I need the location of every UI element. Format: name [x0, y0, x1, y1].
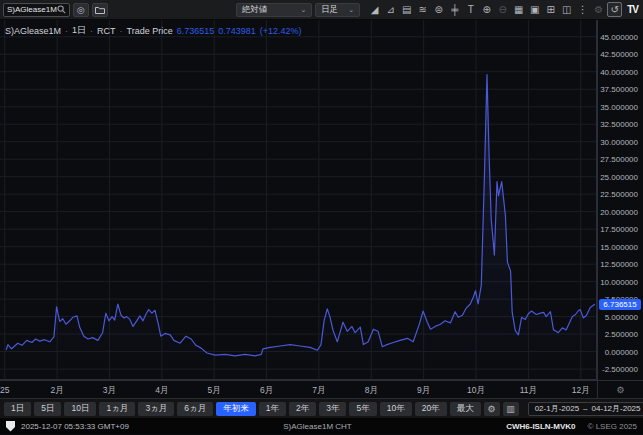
gear-icon: ⚙ [616, 385, 624, 395]
price-tick-label: 35.000000 [600, 102, 638, 111]
time-tick-label: 25 [0, 385, 9, 395]
chart-legend[interactable]: S)AGlease1M · 1日 · RCT · Trade Price 6.7… [5, 24, 302, 37]
indicators-icon[interactable]: ▤ [399, 2, 414, 17]
time-tick-label: 5月 [208, 385, 221, 397]
range-button-1ヵ月[interactable]: 1ヵ月 [99, 402, 135, 416]
range-button-3ヵ月[interactable]: 3ヵ月 [138, 402, 174, 416]
legend-interval: 1日 [72, 24, 86, 37]
range-button-10年[interactable]: 10年 [380, 402, 412, 416]
search-icon [57, 5, 66, 14]
chart-area: S)AGlease1M · 1日 · RCT · Trade Price 6.7… [0, 20, 643, 398]
tradingview-logo[interactable]: TV [625, 4, 640, 15]
symbol-search-value: S)AGlease1M [7, 5, 57, 14]
chevron-down-icon: ⌄ [300, 6, 306, 14]
chevron-down-icon: ⌄ [348, 6, 354, 14]
status-copyright: © LSEG 2025 [588, 422, 637, 431]
range-button-10日[interactable]: 10日 [64, 402, 96, 416]
legend-separator: · [65, 26, 68, 36]
interval-dropdown[interactable]: 日足 ⌄ [315, 3, 360, 17]
more-icon[interactable]: ⋮ [575, 2, 590, 17]
time-tick-label: 4月 [155, 385, 168, 397]
range-button-1年[interactable]: 1年 [259, 402, 286, 416]
range-button-2年[interactable]: 2年 [289, 402, 316, 416]
time-tick-label: 2月 [50, 385, 63, 397]
table-icon[interactable]: ▦ [511, 2, 526, 17]
price-tick-label: 27.500000 [600, 155, 638, 164]
range-button-6ヵ月[interactable]: 6ヵ月 [177, 402, 213, 416]
legend-field: Trade Price [127, 26, 173, 36]
price-tick-label: 22.500000 [600, 190, 638, 199]
range-button-最大[interactable]: 最大 [450, 402, 481, 416]
range-button-1日[interactable]: 1日 [4, 402, 31, 416]
legend-change-pct: (+12.42%) [260, 26, 302, 36]
text-tool-icon[interactable]: T [463, 2, 478, 17]
legend-exchange: RCT [97, 26, 116, 36]
time-tick-label: 11月 [520, 385, 537, 397]
axis-settings-button[interactable]: ⚙ [597, 380, 643, 398]
range-buttons: 1日5日10日1ヵ月3ヵ月6ヵ月年初来1年2年3年5年10年20年最大 [4, 402, 481, 416]
range-settings-button[interactable]: ⚙ [484, 402, 500, 416]
last-price-label: 6.736515 [599, 299, 641, 310]
copy-icon[interactable]: ⊞ [543, 2, 558, 17]
gear-icon: ⚙ [488, 404, 496, 414]
price-tick-label: 12.500000 [600, 260, 638, 269]
grid-icon: ▥ [506, 404, 515, 414]
date-from: 02-1月-2025 [535, 403, 579, 414]
price-tick-label: 40.000000 [600, 67, 638, 76]
top-toolbar: S)AGlease1M ◎ 絶対値 ⌄ 日足 ⌄ ◢⊿▤≋⊜╪T⊕⊖▦▣⊞◫⋮⚙… [0, 0, 643, 20]
scale-mode-dropdown[interactable]: 絶対値 ⌄ [236, 3, 313, 17]
status-code: CWH6-ISLN-MVK0 [506, 422, 575, 431]
range-button-年初来[interactable]: 年初来 [216, 402, 256, 416]
range-button-5日[interactable]: 5日 [34, 402, 61, 416]
price-tick-label: 42.500000 [600, 50, 638, 59]
range-button-3年[interactable]: 3年 [319, 402, 346, 416]
zoom-out-icon[interactable]: ⊖ [495, 2, 510, 17]
layout-icon[interactable]: ◫ [559, 2, 574, 17]
price-tick-label: 2.500000 [605, 330, 638, 339]
toolbar-icons: ◢⊿▤≋⊜╪T⊕⊖▦▣⊞◫⋮⚙↺ [367, 2, 622, 17]
price-tick-label: 0.000000 [605, 347, 638, 356]
scale-mode-value: 絶対値 [242, 4, 268, 16]
price-tick-label: 5.000000 [605, 312, 638, 321]
compare-chart-icon[interactable]: ⊿ [383, 2, 398, 17]
folder-button[interactable] [92, 3, 108, 17]
refresh-icon[interactable]: ↺ [607, 2, 622, 17]
price-tick-label: 10.000000 [600, 277, 638, 286]
range-grid-button[interactable]: ▥ [503, 402, 519, 416]
date-to: 04-12月-2025 [592, 403, 641, 414]
time-tick-label: 8月 [365, 385, 378, 397]
percent-circle-icon[interactable]: ⊜ [431, 2, 446, 17]
time-tick-label: 9月 [417, 385, 430, 397]
snapshot-icon[interactable]: ▣ [527, 2, 542, 17]
range-button-20年[interactable]: 20年 [415, 402, 447, 416]
waves-icon[interactable]: ≋ [415, 2, 430, 17]
legend-change: 0.743981 [218, 26, 256, 36]
status-bar: 2025-12-07 05:53:33 GMT+09 S)AGlease1M C… [0, 418, 643, 434]
settings-icon[interactable]: ⚙ [591, 2, 606, 17]
area-chart-icon[interactable]: ◢ [367, 2, 382, 17]
range-button-5年[interactable]: 5年 [349, 402, 376, 416]
zoom-in-icon[interactable]: ⊕ [479, 2, 494, 17]
time-axis[interactable]: 252月3月4月5月6月7月8月9月10月11月12月 [0, 380, 597, 398]
price-tick-label: 20.000000 [600, 207, 638, 216]
status-timestamp: 2025-12-07 05:53:33 GMT+09 [21, 422, 129, 431]
status-symbol: S)AGlease1M CHT [135, 422, 500, 431]
interval-value: 日足 [321, 4, 338, 16]
price-tick-label: 15.000000 [600, 242, 638, 251]
legend-last-price: 6.736515 [177, 26, 215, 36]
price-tick-label: 37.500000 [600, 85, 638, 94]
chart-application: S)AGlease1M ◎ 絶対値 ⌄ 日足 ⌄ ◢⊿▤≋⊜╪T⊕⊖▦▣⊞◫⋮⚙… [0, 0, 643, 435]
watchlist-button[interactable]: ◎ [73, 3, 89, 17]
folder-icon [95, 6, 105, 14]
date-separator: – [583, 404, 587, 413]
legend-symbol: S)AGlease1M [5, 26, 61, 36]
time-tick-label: 3月 [103, 385, 116, 397]
price-axis[interactable]: 6.736515 45.00000042.50000040.00000037.5… [597, 20, 643, 380]
measure-icon[interactable]: ╪ [447, 2, 462, 17]
date-range-picker[interactable]: 02-1月-2025 – 04-12月-2025 [528, 402, 643, 416]
symbol-search[interactable]: S)AGlease1M [3, 3, 70, 17]
price-tick-label: 45.000000 [600, 32, 638, 41]
legend-separator: · [90, 26, 93, 36]
price-tick-label: 32.500000 [600, 120, 638, 129]
price-chart[interactable] [0, 20, 597, 380]
